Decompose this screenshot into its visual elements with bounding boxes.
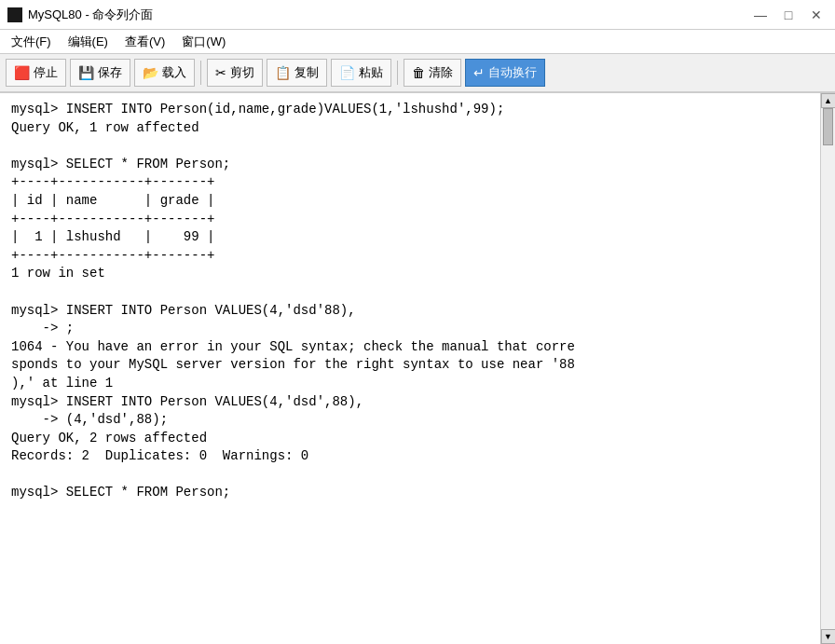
scrollbar: ▲ ▼ [820, 93, 835, 644]
toolbar-btn-copy[interactable]: 📋复制 [267, 59, 327, 87]
restore-button[interactable]: □ [777, 6, 800, 24]
toolbar-btn-load[interactable]: 📂载入 [134, 59, 195, 87]
window-title: MySQL80 - 命令列介面 [28, 7, 153, 23]
title-bar: MySQL80 - 命令列介面 — □ ✕ [0, 0, 835, 30]
autowrap-label: 自动换行 [488, 64, 537, 81]
toolbar-separator-6 [397, 61, 398, 85]
menu-bar: 文件(F)编辑(E)查看(V)窗口(W) [0, 30, 835, 54]
scrollbar-down[interactable]: ▼ [821, 629, 836, 644]
toolbar: 🟥停止💾保存📂载入✂剪切📋复制📄粘贴🗑清除↵自动换行 [0, 54, 835, 93]
load-icon: 📂 [143, 65, 158, 80]
minimize-button[interactable]: — [749, 6, 772, 24]
clear-label: 清除 [429, 64, 453, 81]
copy-label: 复制 [294, 64, 319, 81]
save-icon: 💾 [78, 65, 94, 80]
copy-icon: 📋 [275, 65, 291, 80]
title-bar-left: MySQL80 - 命令列介面 [7, 7, 153, 23]
cut-icon: ✂ [215, 65, 226, 80]
terminal-output[interactable]: mysql> INSERT INTO Person(id,name,grade)… [0, 93, 820, 644]
load-label: 载入 [162, 64, 186, 81]
toolbar-btn-autowrap[interactable]: ↵自动换行 [465, 59, 545, 87]
close-button[interactable]: ✕ [805, 6, 828, 24]
toolbar-btn-paste[interactable]: 📄粘贴 [331, 59, 391, 87]
toolbar-btn-save[interactable]: 💾保存 [70, 59, 130, 87]
main-content: mysql> INSERT INTO Person(id,name,grade)… [0, 93, 835, 644]
mysql-icon [7, 7, 22, 22]
toolbar-btn-clear[interactable]: 🗑清除 [404, 59, 461, 87]
stop-label: 停止 [34, 64, 58, 81]
menu-item-编辑(E)[interactable]: 编辑(E) [61, 32, 116, 52]
scrollbar-track [821, 108, 835, 629]
paste-label: 粘贴 [359, 64, 383, 81]
toolbar-separator-3 [200, 61, 201, 85]
scrollbar-thumb[interactable] [823, 108, 833, 145]
toolbar-btn-cut[interactable]: ✂剪切 [207, 59, 263, 87]
paste-icon: 📄 [339, 65, 355, 80]
title-controls: — □ ✕ [749, 6, 828, 24]
toolbar-btn-stop[interactable]: 🟥停止 [6, 59, 66, 87]
autowrap-icon: ↵ [473, 65, 485, 80]
save-label: 保存 [98, 64, 122, 81]
cut-label: 剪切 [230, 64, 254, 81]
menu-item-文件(F)[interactable]: 文件(F) [4, 32, 59, 52]
scrollbar-up[interactable]: ▲ [821, 93, 836, 108]
stop-icon: 🟥 [14, 65, 30, 80]
menu-item-查看(V)[interactable]: 查看(V) [117, 32, 172, 52]
clear-icon: 🗑 [412, 65, 425, 80]
menu-item-窗口(W)[interactable]: 窗口(W) [174, 32, 233, 52]
